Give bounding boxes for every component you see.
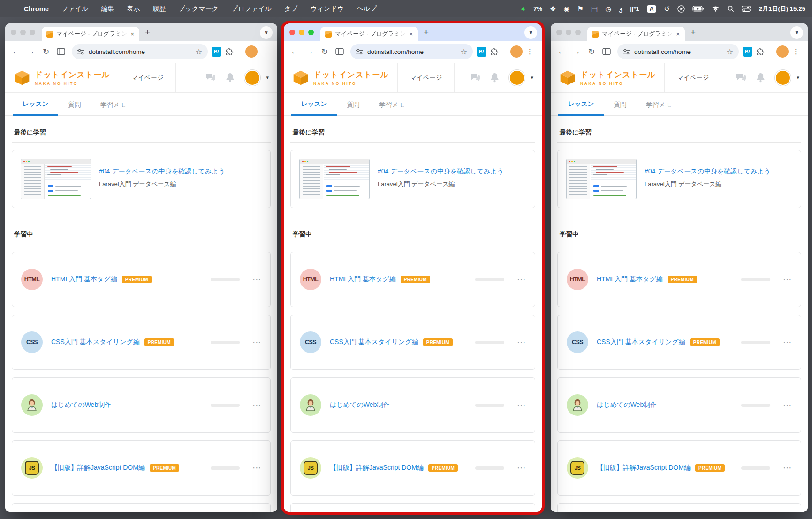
row-menu-button[interactable]: ⋯ [783,466,792,470]
user-avatar[interactable] [244,70,260,86]
wave-icon[interactable]: ʒ [619,5,622,12]
course-link[interactable]: 【旧版】詳解JavaScript DOM編 [597,464,691,472]
flag-icon[interactable]: ⚑ [577,5,584,12]
battery-percent-label[interactable]: 7% [533,5,542,12]
chat-icon[interactable] [205,73,216,82]
profile-avatar[interactable] [776,45,789,58]
input-source-indicator[interactable]: A [647,5,657,13]
dotinstall-logo[interactable]: ドットインストール NAKA NO HITO [5,63,119,92]
minimize-window-button[interactable] [566,30,571,35]
address-bar[interactable]: dotinstall.com/home ☆ [617,44,739,59]
close-window-button[interactable] [11,30,16,35]
profile-avatar[interactable] [510,45,523,58]
url-text[interactable]: dotinstall.com/home [89,48,145,55]
row-menu-button[interactable]: ⋯ [783,403,792,407]
tab-questions[interactable]: 質問 [337,101,369,115]
address-bar[interactable]: dotinstall.com/home ☆ [350,44,473,59]
menu-item-1[interactable]: ファイル [61,5,88,13]
row-menu-button[interactable]: ⋯ [252,466,261,470]
url-text[interactable]: dotinstall.com/home [634,48,691,55]
row-menu-button[interactable]: ⋯ [517,403,526,407]
reload-button[interactable]: ↻ [39,45,53,59]
close-window-button[interactable] [289,30,295,35]
battery-icon[interactable] [692,6,704,12]
site-settings-icon[interactable] [623,49,630,55]
hatena-bookmark-extension-icon[interactable]: B! [477,47,486,57]
row-menu-button[interactable]: ⋯ [252,277,261,282]
menu-item-2[interactable]: 編集 [101,5,114,13]
course-link[interactable]: HTML入門 基本タグ編 [51,275,117,284]
browser-tab[interactable]: マイページ - プログラミングなら × [587,27,685,41]
extensions-puzzle-icon[interactable] [222,45,236,59]
avatar-caret-icon[interactable]: ▾ [531,75,533,81]
notifications-bell-icon[interactable] [490,73,499,83]
row-menu-button[interactable]: ⋯ [252,340,261,345]
course-link[interactable]: はじめてのWeb制作 [597,401,657,409]
bookmark-star-icon[interactable]: ☆ [461,47,467,56]
mypage-nav-label[interactable]: マイページ [119,63,176,92]
tab-questions[interactable]: 質問 [604,101,636,115]
forward-button[interactable]: → [569,45,584,59]
course-link[interactable]: HTML入門 基本タグ編 [330,275,396,284]
course-link[interactable]: CSS入門 基本スタイリング編 [330,338,418,346]
extensions-puzzle-icon[interactable] [753,45,767,59]
hatena-bookmark-extension-icon[interactable]: B! [743,47,752,57]
close-window-button[interactable] [556,30,562,35]
control-center-icon[interactable] [742,6,751,12]
row-menu-button[interactable]: ⋯ [252,403,261,407]
menu-clock[interactable]: 2月1日(日) 15:25 [758,5,805,13]
menu-app-name[interactable]: Chrome [24,5,49,13]
dropbox-icon[interactable]: ❖ [550,5,556,12]
back-button[interactable]: ← [288,45,302,59]
wifi-icon[interactable] [712,6,720,12]
notifications-bell-icon[interactable] [226,73,235,83]
hatena-bookmark-extension-icon[interactable]: B! [212,47,221,57]
side-panel-icon[interactable] [333,45,347,59]
menu-item-6[interactable]: プロファイル [231,5,272,13]
clipboard-icon[interactable]: ▤ [591,5,598,12]
tab-search-button[interactable]: ∨ [790,26,803,39]
dotinstall-logo[interactable]: ドットインストール NAKA NO HITO [551,63,664,92]
green-asterisk-icon[interactable]: ∗ [520,5,526,12]
tab-study-notes[interactable]: 学習メモ [369,101,415,115]
forward-button[interactable]: → [303,45,317,59]
minimize-window-button[interactable] [299,30,304,35]
bookmark-star-icon[interactable]: ☆ [727,47,733,56]
minimize-window-button[interactable] [20,30,26,35]
browser-menu-button[interactable]: ⋮ [524,47,536,56]
course-link[interactable]: はじめてのWeb制作 [51,401,111,409]
tab-search-button[interactable]: ∨ [524,26,537,39]
row-menu-button[interactable]: ⋯ [517,340,526,345]
avatar-caret-icon[interactable]: ▾ [797,75,799,81]
menu-item-7[interactable]: タブ [284,5,298,13]
menu-item-8[interactable]: ウィンドウ [310,5,344,13]
back-button[interactable]: ← [554,45,569,59]
address-bar[interactable]: dotinstall.com/home ☆ [72,44,208,59]
menu-item-9[interactable]: ヘルプ [357,5,377,13]
site-settings-icon[interactable] [356,49,363,55]
last-lesson-link[interactable]: #04 データベースの中身を確認してみよう [378,167,504,176]
course-link[interactable]: 【旧版】詳解JavaScript DOM編 [51,464,145,472]
dotinstall-logo[interactable]: ドットインストール NAKA NO HITO [284,63,397,92]
side-panel-icon[interactable] [600,45,614,59]
site-settings-icon[interactable] [77,49,84,55]
new-tab-button[interactable]: + [691,27,696,38]
avatar-caret-icon[interactable]: ▾ [266,75,269,81]
menu-item-3[interactable]: 表示 [127,5,140,13]
mypage-nav-label[interactable]: マイページ [664,63,722,92]
reload-button[interactable]: ↻ [584,45,599,59]
menu-item-5[interactable]: ブックマーク [178,5,219,13]
row-menu-button[interactable]: ⋯ [517,466,526,470]
profile-avatar[interactable] [245,45,258,58]
chat-icon[interactable] [736,73,746,82]
user-avatar[interactable] [775,70,791,86]
play-icon[interactable] [677,5,685,13]
user-avatar[interactable] [509,70,525,86]
extensions-puzzle-icon[interactable] [487,45,501,59]
tab-close-icon[interactable]: × [675,30,681,38]
search-icon[interactable] [727,5,734,12]
lesson-thumbnail[interactable] [299,159,370,199]
display-spaces-label[interactable]: ||*1 [630,5,639,12]
tab-study-notes[interactable]: 学習メモ [636,101,682,115]
tab-lessons[interactable]: レッスン [13,100,58,116]
